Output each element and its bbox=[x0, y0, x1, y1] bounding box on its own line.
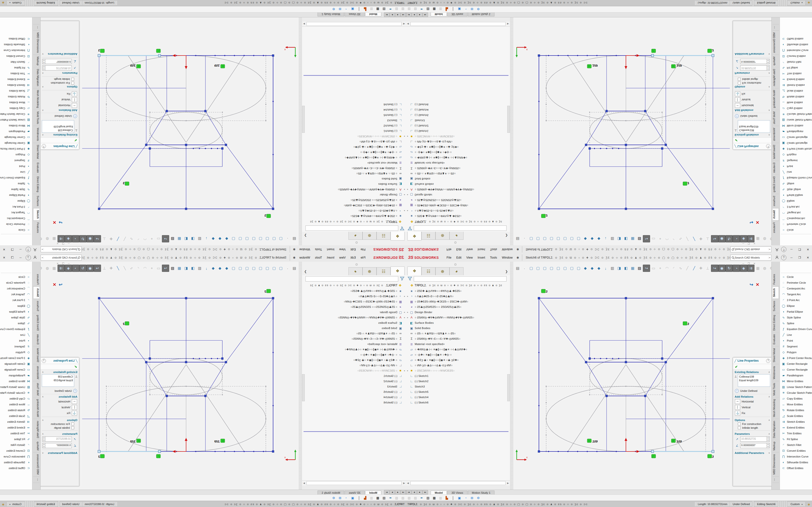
sketch-tool-item[interactable]: ∿ Fit Spline bbox=[0, 436, 32, 442]
pin-icon[interactable]: ✱ bbox=[516, 256, 519, 260]
sketch-tool-item[interactable]: ○ Circle bbox=[0, 274, 32, 280]
sketch-tool-item[interactable]: ▰ Parallelogram bbox=[780, 373, 812, 378]
tree-node[interactable]: ▱ ○ ✚ИИ◎♟⊹○ ✳◉∥○◦○∥◉✳ ○⊹♟◎ИИ✚○ bbox=[302, 347, 406, 352]
toolbar-icon[interactable]: ▢ bbox=[257, 265, 264, 272]
sketch-tool-item[interactable]: ▪ Point bbox=[0, 338, 32, 344]
relation-item[interactable]: Equal length109 bbox=[43, 379, 73, 382]
commandmanager-tab[interactable]: Evaluate bbox=[773, 332, 779, 346]
toolbar-icon[interactable]: ◜ bbox=[670, 235, 677, 242]
commandmanager-tab[interactable]: Mesh Modeling bbox=[33, 88, 39, 110]
sketch-tool-item[interactable]: ∿ Spline bbox=[0, 181, 32, 187]
sketch-tool-item[interactable]: ⊂ Offset Entities bbox=[0, 465, 32, 471]
menu-item[interactable]: Insert bbox=[324, 255, 337, 260]
commandmanager-tab[interactable]: ⋯ bbox=[773, 476, 779, 483]
toolbar-icon[interactable]: ✚ bbox=[108, 235, 114, 242]
toolbar-icon[interactable]: ↪ bbox=[711, 265, 718, 272]
toolbar-icon[interactable]: ↻ bbox=[725, 265, 733, 272]
ok-button[interactable]: ✔ bbox=[74, 365, 77, 369]
document-tab[interactable]: 3D Views bbox=[447, 12, 467, 16]
toolbar-icon[interactable]: ◔ bbox=[733, 265, 740, 272]
fix-relation-button[interactable]: ⚓ Fix bbox=[733, 91, 772, 97]
toolbar-icon[interactable]: ╱ bbox=[114, 265, 121, 272]
sketch-tool-item[interactable]: ◜ 3 Point Arc bbox=[780, 204, 812, 210]
tree-node[interactable]: ∞ ○ Ƨ5·∩ ✳♟∀Ɯ○◦○Ɯ∀♟✳ ∩·Ƨ5○ bbox=[406, 171, 510, 176]
document-tab[interactable]: Motion Study 1 bbox=[468, 491, 495, 495]
motion-toolbar-icon[interactable]: ⚙ bbox=[331, 7, 337, 11]
toolbar-icon[interactable]: ◧ bbox=[622, 265, 629, 272]
sketch-tool-item[interactable]: ∿ Spline bbox=[0, 320, 32, 326]
menu-item[interactable]: Insert bbox=[475, 255, 488, 260]
sketch-tool-item[interactable]: ⇒ Extend Entities bbox=[780, 76, 812, 82]
pin-icon[interactable]: ✱ bbox=[516, 248, 519, 251]
pin-icon[interactable]: ✱ bbox=[293, 248, 296, 251]
length-spinner[interactable]: ▴▾ bbox=[766, 66, 769, 70]
toolbar-icon[interactable]: ▢ bbox=[230, 235, 237, 242]
motion-toolbar-icon[interactable]: ⊞ bbox=[469, 496, 475, 500]
toolbar-icon[interactable]: ▨ bbox=[169, 235, 176, 242]
toolbar-icon[interactable]: ↪ bbox=[162, 265, 169, 272]
restore-button[interactable]: ❐ bbox=[796, 253, 804, 262]
for-construction-checkbox[interactable]: For construction bbox=[40, 422, 79, 426]
relation-item[interactable]: Collinear108 bbox=[43, 128, 73, 132]
toolbar-icon[interactable]: ◍ bbox=[761, 265, 768, 272]
motion-toolbar-icon[interactable]: ✒ bbox=[387, 7, 394, 11]
tab-scroll-button[interactable]: ▶| bbox=[384, 12, 389, 17]
tree-expander-icon[interactable]: ▸ bbox=[403, 210, 406, 212]
toolbar-icon[interactable]: ▢ bbox=[535, 265, 541, 272]
menu-item[interactable]: Insert bbox=[324, 247, 337, 252]
tree-node[interactable]: ▸ ◔ ○ Λ♟◎✚Ƨ5◦Ƨ○◦○Ƨ◦Ƨ5✚◎♟Λ○ bbox=[302, 208, 406, 213]
toolbar-icon[interactable]: ⌖ bbox=[148, 265, 155, 272]
pane-tab[interactable]: ◕ bbox=[349, 232, 362, 240]
menu-item[interactable]: Window bbox=[500, 247, 515, 252]
toolbar-icon[interactable]: ▨ bbox=[636, 235, 643, 242]
commandmanager-tab[interactable]: Features bbox=[33, 272, 39, 286]
length-input[interactable]: 10.88152731 ▴▾ bbox=[42, 65, 72, 70]
toolbar-icon[interactable]: ◍ bbox=[761, 235, 768, 242]
toolbar-icon[interactable]: ✚ bbox=[108, 265, 114, 272]
toolbar-icon[interactable]: ▤ bbox=[291, 235, 298, 242]
tree-node[interactable]: ▸ ◔ ○ Λ♟◎✚Ƨ5◦Ƨ○◦○Ƨ◦Ƨ5✚◎♟Λ○ bbox=[406, 208, 510, 213]
toolbar-icon[interactable]: ◜ bbox=[670, 265, 677, 272]
motion-toolbar-icon[interactable]: ◔ bbox=[463, 7, 469, 11]
pane-tab[interactable]: ☷ bbox=[421, 267, 436, 275]
tab-scroll-button[interactable]: ◀ bbox=[395, 12, 400, 17]
commandmanager-tab[interactable]: Sketch bbox=[33, 208, 39, 221]
search-input[interactable]: Search CAD Models ▾ bbox=[730, 246, 771, 252]
angle-spinner[interactable]: ▴▾ bbox=[43, 443, 46, 448]
exit-sketch-icon[interactable]: ↪ bbox=[750, 220, 753, 225]
menu-item[interactable]: Window bbox=[297, 255, 312, 260]
checkbox-icon[interactable] bbox=[71, 422, 74, 426]
sketch-tool-item[interactable]: ◖ Partial Ellipse bbox=[0, 309, 32, 315]
sketch-tool-item[interactable]: # Segment bbox=[0, 344, 32, 349]
sketch-tool-item[interactable]: ↔ Move Entities bbox=[780, 100, 812, 106]
tree-expander-icon[interactable]: ▸ bbox=[403, 135, 406, 137]
menu-item[interactable]: Tools bbox=[488, 255, 500, 260]
toolbar-icon[interactable]: ▦ bbox=[629, 265, 636, 272]
sketch-tool-item[interactable]: # Segment bbox=[780, 158, 812, 163]
for-construction-checkbox[interactable]: For construction bbox=[733, 422, 772, 426]
sketch-tool-item[interactable]: # Segment bbox=[0, 158, 32, 163]
tree-node[interactable]: ◕ ○ Ƨ5♟◎Ƨ5ИƐƧ5○◦○ Ƨ5ƐИƧ5◎♟Ƨ5○ bbox=[406, 304, 510, 309]
horizontal-relation-button[interactable]: ─ Horizontal bbox=[733, 103, 772, 108]
toolbar-icon[interactable]: ▭ bbox=[650, 235, 657, 242]
sketch-tool-item[interactable]: ▪ Point bbox=[0, 163, 32, 169]
angle-input[interactable]: 0.00000000° ▴▾ bbox=[740, 443, 770, 448]
tree-node[interactable]: ▱ ○ ✚Ƨʒ◦♟○ ✳◉∥○◦○∥◉✳ ○♟◦ʒƧ✚○ bbox=[406, 357, 510, 362]
sketch-tool-item[interactable]: ╱ Line bbox=[780, 332, 812, 338]
sketch-tool-item[interactable]: ▭ Corner Rectangle bbox=[0, 134, 32, 140]
tree-node[interactable]: ▱ ○ ✚Ƨʒ◦♟○ ✳◉∥○◦○∥◉✳ ○♟◦ʒƧ✚○ bbox=[302, 357, 406, 362]
toolbar-icon[interactable]: ✚ bbox=[698, 235, 704, 242]
checkbox-icon[interactable] bbox=[71, 81, 74, 84]
toolbar-icon[interactable]: ◧ bbox=[183, 265, 190, 272]
sketch-tool-item[interactable]: ◐ Silhouette Entities bbox=[780, 459, 812, 465]
sketch-tool-item[interactable]: ⋂ Intersection Curve bbox=[0, 454, 32, 459]
motion-toolbar-icon[interactable]: ⊞ bbox=[337, 496, 343, 500]
toolbar-icon[interactable]: ↻ bbox=[79, 235, 87, 242]
tree-node[interactable]: ★ ○ Ƨ5Ɛ✚◦♟◎Λ∀Φ○◦○Φ∀Λ◎♟◦✚ƐƧ5○ bbox=[302, 288, 406, 294]
motion-toolbar-icon[interactable]: ▣ bbox=[349, 7, 356, 11]
menu-item[interactable]: Edit bbox=[454, 247, 464, 252]
toolbar-icon[interactable]: ◠ bbox=[664, 265, 670, 272]
motion-toolbar-icon[interactable]: ⚙ bbox=[475, 7, 481, 11]
tree-node[interactable]: ▣ Solid Bodies bbox=[302, 326, 406, 331]
tree-root-node[interactable]: ❖ TЯPDL2. ⊙ ƷƐ ⊙ Ɯ ⊙ ○ ⊙ ✚ ⊙ ƆC ⊙ ƷƐ ⊙ ⊹… bbox=[406, 219, 510, 225]
